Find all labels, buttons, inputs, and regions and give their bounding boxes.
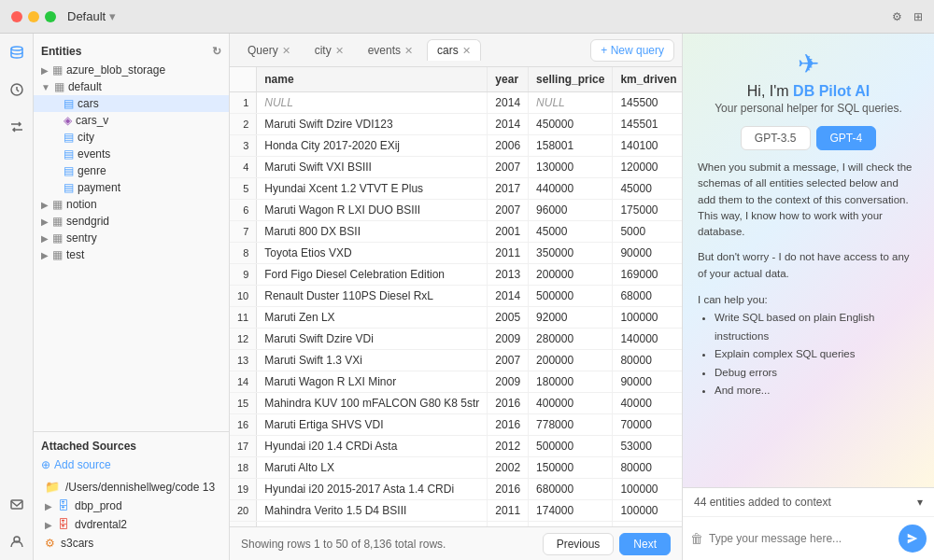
table-row[interactable]: 20 Mahindra Verito 1.5 D4 BSIII 2011 174… — [230, 500, 682, 522]
db-icon-default: ▦ — [54, 80, 64, 93]
table-row[interactable]: 19 Hyundai i20 2015-2017 Asta 1.4 CRDi 2… — [230, 479, 682, 500]
user-icon[interactable] — [6, 530, 28, 553]
row-num: 14 — [230, 371, 257, 393]
row-num: 18 — [230, 457, 257, 479]
sidebar-item-genre[interactable]: ▤ genre — [34, 162, 229, 179]
svg-rect-2 — [11, 500, 22, 509]
cell-selling-price: 150000 — [529, 457, 613, 479]
cell-year: 2016 — [488, 414, 529, 436]
table-row[interactable]: 13 Maruti Swift 1.3 VXi 2007 200000 8000… — [230, 350, 682, 371]
table-row[interactable]: 12 Maruti Swift Dzire VDi 2009 280000 14… — [230, 329, 682, 350]
table-row[interactable]: 17 Hyundai i20 1.4 CRDi Asta 2012 500000… — [230, 436, 682, 457]
cell-year: 2011 — [488, 243, 529, 264]
database-icon[interactable] — [6, 41, 28, 63]
cell-name: Mahindra KUV 100 mFALCON G80 K8 5str — [257, 393, 488, 414]
close-tab-query[interactable]: ✕ — [282, 46, 290, 56]
row-num: 20 — [230, 500, 257, 522]
mail-icon[interactable] — [6, 493, 28, 515]
sidebar: Entities ↻ ▶ ▦ azure_blob_storage ▼ ▦ de… — [34, 34, 230, 560]
cell-year: 2014 — [488, 114, 529, 135]
table-row[interactable]: 7 Maruti 800 DX BSII 2001 45000 5000 Pet… — [230, 221, 682, 243]
swap-icon[interactable] — [6, 116, 28, 138]
clock-icon[interactable] — [6, 78, 28, 101]
table-row[interactable]: 8 Toyota Etios VXD 2011 350000 90000 Die… — [230, 243, 682, 264]
cell-year: 2007 — [488, 350, 529, 371]
sidebar-item-azure[interactable]: ▶ ▦ azure_blob_storage — [34, 62, 229, 78]
tab-query[interactable]: Query ✕ — [237, 39, 301, 61]
cell-year: 2007 — [488, 157, 529, 178]
cell-selling-price: 500000 — [529, 436, 613, 457]
cell-year: 2014 — [488, 92, 529, 114]
sidebar-item-city[interactable]: ▤ city — [34, 129, 229, 146]
tab-events[interactable]: events ✕ — [358, 39, 423, 61]
add-source-button[interactable]: ⊕ Add source — [41, 458, 221, 471]
table-row[interactable]: 2 Maruti Swift Dzire VDI123 2014 450000 … — [230, 114, 682, 135]
trash-icon[interactable]: 🗑 — [690, 531, 703, 546]
table-row[interactable]: 3 Honda City 2017-2020 EXij 2006 158001 … — [230, 135, 682, 157]
table-container[interactable]: name year selling_price km_driven fuel s… — [230, 67, 682, 526]
table-row[interactable]: 21 Honda WR-V i-DTEC VX 2017 950000 5000… — [230, 522, 682, 527]
table-row[interactable]: 18 Maruti Alto LX 2002 150000 80000 Petr… — [230, 457, 682, 479]
cell-km-driven: 90000 — [613, 243, 682, 264]
tab-cars[interactable]: cars ✕ — [427, 39, 481, 61]
folder-icon: 📁 — [45, 480, 60, 494]
row-num: 5 — [230, 178, 257, 200]
close-tab-city[interactable]: ✕ — [335, 46, 344, 56]
maximize-button[interactable] — [45, 11, 56, 22]
chevron-down-icon-entities: ▾ — [917, 496, 923, 509]
next-button[interactable]: Next — [619, 533, 671, 555]
sliders-icon[interactable]: ⚙ — [892, 10, 902, 23]
table-row[interactable]: 6 Maruti Wagon R LXI DUO BSIII 2007 9600… — [230, 200, 682, 221]
previous-button[interactable]: Previous — [543, 533, 615, 555]
minimize-button[interactable] — [28, 11, 39, 22]
source-item-local[interactable]: 📁 /Users/dennishellweg/code 13 — [41, 477, 221, 497]
table-icon-city: ▤ — [64, 131, 74, 144]
sidebar-item-notion[interactable]: ▶ ▦ notion — [34, 196, 229, 213]
source-item-s3cars[interactable]: ⚙ s3cars — [41, 534, 221, 553]
table-row[interactable]: 4 Maruti Swift VXI BSIII 2007 130000 120… — [230, 157, 682, 178]
table-row[interactable]: 11 Maruti Zen LX 2005 92000 100000 Petro… — [230, 307, 682, 329]
sidebar-item-cars[interactable]: ▤ cars — [34, 95, 229, 112]
sidebar-item-events[interactable]: ▤ events — [34, 146, 229, 162]
model-gpt35-button[interactable]: GPT-3.5 — [741, 126, 811, 150]
svg-point-0 — [11, 47, 22, 50]
table-row[interactable]: 9 Ford Figo Diesel Celebration Edition 2… — [230, 264, 682, 286]
ai-send-button[interactable] — [899, 525, 927, 553]
table-row[interactable]: 1 NULL 2014 NULL 145500 Diesel Individua… — [230, 92, 682, 114]
row-num: 19 — [230, 479, 257, 500]
row-num: 7 — [230, 221, 257, 243]
new-query-button[interactable]: + New query — [590, 39, 674, 62]
row-num: 3 — [230, 135, 257, 157]
table-row[interactable]: 15 Mahindra KUV 100 mFALCON G80 K8 5str … — [230, 393, 682, 414]
ai-description: When you submit a message, I will check … — [698, 160, 919, 240]
chevron-down-icon: ▼ — [41, 82, 50, 92]
ai-input-area: 🗑 — [683, 517, 934, 560]
sidebar-item-cars-v[interactable]: ◈ cars_v — [34, 112, 229, 129]
close-button[interactable] — [11, 11, 22, 22]
row-num: 8 — [230, 243, 257, 264]
titlebar: Default ▾ ⚙ ⊞ — [0, 0, 934, 34]
refresh-icon[interactable]: ↻ — [212, 45, 221, 58]
tab-city[interactable]: city ✕ — [304, 39, 354, 61]
sidebar-item-test[interactable]: ▶ ▦ test — [34, 246, 229, 263]
cell-year: 2017 — [488, 178, 529, 200]
sidebar-item-default[interactable]: ▼ ▦ default — [34, 78, 229, 95]
cell-name: Hyundai i20 2015-2017 Asta 1.4 CRDi — [257, 479, 488, 500]
table-row[interactable]: 5 Hyundai Xcent 1.2 VTVT E Plus 2017 440… — [230, 178, 682, 200]
table-row[interactable]: 16 Maruti Ertiga SHVS VDI 2016 778000 70… — [230, 414, 682, 436]
ai-message-input[interactable] — [709, 532, 893, 545]
model-gpt4-button[interactable]: GPT-4 — [816, 126, 877, 150]
entities-context-toggle[interactable]: 44 entities added to context ▾ — [683, 488, 934, 517]
sidebar-item-sentry[interactable]: ▶ ▦ sentry — [34, 230, 229, 246]
sidebar-item-payment[interactable]: ▤ payment — [34, 179, 229, 196]
grid-icon[interactable]: ⊞ — [913, 10, 923, 23]
ai-panel: ✈ Hi, I'm DB Pilot AI Your personal help… — [682, 34, 934, 560]
cell-name: Maruti Wagon R LXI DUO BSIII — [257, 200, 488, 221]
close-tab-events[interactable]: ✕ — [404, 46, 413, 56]
table-row[interactable]: 10 Renault Duster 110PS Diesel RxL 2014 … — [230, 286, 682, 307]
sidebar-item-sendgrid[interactable]: ▶ ▦ sendgrid — [34, 213, 229, 230]
source-item-dvd[interactable]: ▶ 🗄 dvdrental2 — [41, 515, 221, 534]
table-row[interactable]: 14 Maruti Wagon R LXI Minor 2009 180000 … — [230, 371, 682, 393]
close-tab-cars[interactable]: ✕ — [462, 46, 471, 56]
source-item-dbp[interactable]: ▶ 🗄 dbp_prod — [41, 497, 221, 515]
